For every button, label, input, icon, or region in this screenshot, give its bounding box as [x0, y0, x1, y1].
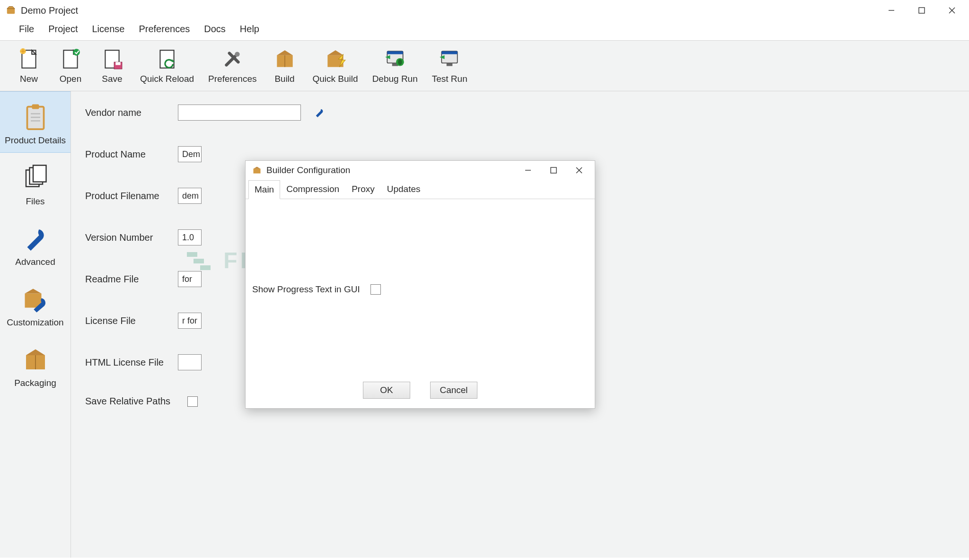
window-title: Demo Project — [21, 5, 78, 16]
toolbar: New Open Save Quick Reload Preferences B… — [0, 41, 969, 91]
dialog-title: Builder Configuration — [266, 165, 350, 175]
svg-rect-22 — [387, 51, 403, 54]
license-file-label: License File — [85, 315, 170, 326]
tab-proxy[interactable]: Proxy — [345, 180, 381, 199]
tab-updates[interactable]: Updates — [381, 180, 427, 199]
svg-rect-28 — [442, 51, 458, 54]
maximize-icon — [918, 7, 925, 14]
build-button[interactable]: Build — [268, 45, 301, 86]
menubar: File Project License Preferences Docs He… — [0, 21, 969, 41]
quick-build-icon — [324, 47, 347, 71]
preferences-icon — [220, 47, 244, 71]
close-icon — [948, 7, 956, 14]
svg-rect-13 — [115, 62, 120, 65]
svg-rect-0 — [7, 9, 15, 14]
toolbar-label: Preferences — [208, 74, 256, 84]
menu-docs[interactable]: Docs — [198, 23, 231, 35]
product-name-input[interactable]: Dem — [178, 146, 202, 162]
menu-license[interactable]: License — [86, 23, 130, 35]
close-icon — [576, 167, 582, 174]
quick-reload-button[interactable]: Quick Reload — [137, 45, 197, 86]
menu-project[interactable]: Project — [43, 23, 83, 35]
dialog-tabs: Main Compression Proxy Updates — [246, 180, 595, 199]
version-number-input[interactable]: 1.0 — [178, 229, 202, 245]
build-icon — [273, 47, 297, 71]
vendor-name-label: Vendor name — [85, 107, 170, 118]
html-license-file-input[interactable] — [178, 354, 202, 370]
reload-icon — [155, 47, 179, 71]
new-file-icon — [17, 47, 41, 71]
wrench-icon — [21, 225, 50, 253]
svg-rect-32 — [32, 105, 39, 109]
builder-configuration-dialog: Builder Configuration Main Compression P… — [245, 160, 595, 409]
minimize-icon — [525, 167, 531, 174]
sidebar-label: Packaging — [14, 378, 56, 388]
quick-build-button[interactable]: Quick Build — [310, 45, 361, 86]
menu-help[interactable]: Help — [234, 23, 265, 35]
readme-file-input[interactable]: for — [178, 271, 202, 287]
box-icon — [252, 166, 262, 175]
menu-preferences[interactable]: Preferences — [133, 23, 195, 35]
save-button[interactable]: Save — [96, 45, 129, 86]
toolbar-label: Quick Build — [313, 74, 358, 84]
ok-button[interactable]: OK — [363, 382, 410, 399]
window-minimize-button[interactable] — [876, 0, 907, 21]
product-name-label: Product Name — [85, 149, 170, 160]
svg-rect-2 — [919, 8, 925, 13]
preferences-button[interactable]: Preferences — [205, 45, 259, 86]
toolbar-label: New — [20, 74, 38, 84]
sidebar: Product Details Files Advanced Customiza… — [0, 91, 71, 558]
toolbar-label: Save — [102, 74, 122, 84]
save-relative-paths-checkbox[interactable] — [187, 396, 198, 407]
sidebar-item-packaging[interactable]: Packaging — [0, 334, 70, 395]
svg-rect-44 — [551, 167, 556, 173]
toolbar-label: Quick Reload — [140, 74, 194, 84]
product-filename-input[interactable]: dem — [178, 188, 202, 204]
dialog-maximize-button[interactable] — [541, 161, 566, 180]
window-close-button[interactable] — [937, 0, 967, 21]
svg-point-26 — [398, 59, 402, 65]
sidebar-item-advanced[interactable]: Advanced — [0, 213, 70, 274]
svg-rect-42 — [254, 169, 261, 174]
sidebar-item-product-details[interactable]: Product Details — [0, 91, 70, 153]
dialog-title-bar[interactable]: Builder Configuration — [246, 161, 595, 180]
show-progress-checkbox[interactable] — [370, 284, 381, 295]
sidebar-item-files[interactable]: Files — [0, 153, 70, 213]
test-run-button[interactable]: Test Run — [429, 45, 470, 86]
sidebar-label: Product Details — [5, 135, 66, 146]
toolbar-label: Build — [274, 74, 294, 84]
svg-point-10 — [73, 49, 80, 56]
svg-rect-38 — [33, 166, 46, 182]
title-bar: Demo Project — [0, 0, 969, 21]
show-progress-label: Show Progress Text in GUI — [252, 284, 360, 295]
maximize-icon — [550, 167, 557, 174]
svg-point-16 — [235, 52, 239, 56]
sidebar-label: Advanced — [15, 257, 55, 267]
debug-run-button[interactable]: Debug Run — [370, 45, 421, 86]
window-maximize-button[interactable] — [907, 0, 937, 21]
vendor-name-config-icon[interactable] — [314, 107, 325, 118]
html-license-file-label: HTML License File — [85, 357, 170, 368]
svg-rect-29 — [447, 63, 453, 66]
dialog-close-button[interactable] — [566, 161, 592, 180]
new-button[interactable]: New — [12, 45, 45, 86]
product-filename-label: Product Filename — [85, 191, 170, 201]
tab-main[interactable]: Main — [248, 180, 280, 199]
dialog-body: Show Progress Text in GUI — [246, 199, 595, 375]
license-file-input[interactable]: r for — [178, 313, 202, 329]
clipboard-icon — [21, 103, 50, 131]
save-relative-paths-label: Save Relative Paths — [85, 396, 180, 407]
menu-file[interactable]: File — [13, 23, 40, 35]
open-button[interactable]: Open — [54, 45, 87, 86]
app-icon — [6, 5, 16, 16]
sidebar-item-customization[interactable]: Customization — [0, 274, 70, 334]
cancel-button[interactable]: Cancel — [430, 382, 477, 399]
toolbar-label: Test Run — [432, 74, 467, 84]
dialog-button-row: OK Cancel — [246, 375, 595, 408]
tab-compression[interactable]: Compression — [280, 180, 345, 199]
version-number-label: Version Number — [85, 232, 170, 243]
open-file-icon — [59, 47, 82, 71]
dialog-minimize-button[interactable] — [515, 161, 541, 180]
test-run-icon — [438, 47, 461, 71]
vendor-name-input[interactable] — [178, 105, 301, 121]
